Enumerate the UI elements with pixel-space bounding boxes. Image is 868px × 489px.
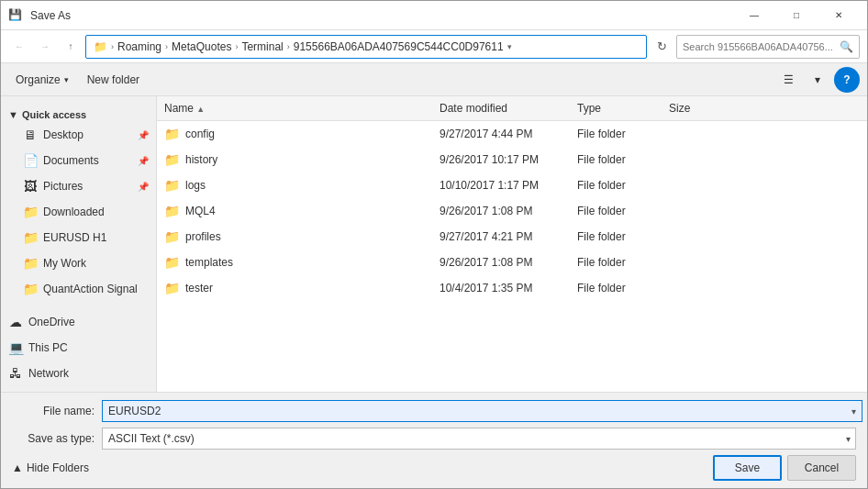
table-row[interactable]: 📁 profiles 9/27/2017 4:21 PM File folder bbox=[157, 224, 867, 250]
save-as-type-label: Save as type: bbox=[12, 432, 95, 445]
file-type-cell: File folder bbox=[570, 254, 662, 271]
column-date-modified[interactable]: Date modified bbox=[432, 100, 570, 117]
folder-icon: 📁 bbox=[164, 152, 180, 167]
sidebar-item-eurusd[interactable]: 📁 EURUSD H1 bbox=[1, 225, 156, 250]
sidebar-item-eurusd-label: EURUSD H1 bbox=[43, 231, 106, 244]
sidebar-item-my-work[interactable]: 📁 My Work bbox=[1, 250, 156, 276]
help-button[interactable]: ? bbox=[834, 67, 860, 93]
window-title: Save As bbox=[30, 9, 71, 22]
file-name-text: config bbox=[185, 128, 215, 140]
sidebar-item-this-pc-label: This PC bbox=[28, 341, 68, 354]
file-size-cell bbox=[662, 235, 735, 239]
this-pc-icon: 💻 bbox=[8, 340, 23, 355]
column-size[interactable]: Size bbox=[662, 100, 735, 117]
sidebar-item-downloaded[interactable]: 📁 Downloaded bbox=[1, 199, 156, 225]
sidebar-item-downloaded-label: Downloaded bbox=[43, 206, 105, 218]
downloaded-folder-icon: 📁 bbox=[23, 205, 38, 219]
table-row[interactable]: 📁 MQL4 9/26/2017 1:08 PM File folder bbox=[157, 198, 867, 224]
save-as-type-row: Save as type: ASCII Text (*.csv) ▾ bbox=[12, 428, 856, 450]
quantaction-folder-icon: 📁 bbox=[23, 282, 38, 296]
toolbar: Organize ▾ New folder ☰ ▾ ? bbox=[1, 63, 867, 96]
cancel-button-label: Cancel bbox=[805, 461, 839, 474]
sidebar-item-onedrive[interactable]: ☁ OneDrive bbox=[1, 309, 156, 335]
file-type-cell: File folder bbox=[570, 203, 662, 219]
view-button[interactable]: ☰ bbox=[775, 67, 801, 93]
table-row[interactable]: 📁 templates 9/26/2017 1:08 PM File folde… bbox=[157, 250, 867, 275]
file-date-cell: 9/26/2017 10:17 PM bbox=[432, 151, 570, 168]
file-name-text: tester bbox=[185, 282, 213, 295]
file-date-cell: 10/4/2017 1:35 PM bbox=[432, 280, 570, 296]
folder-icon: 📁 bbox=[164, 255, 180, 270]
file-name-text: logs bbox=[185, 179, 206, 192]
column-type[interactable]: Type bbox=[570, 100, 662, 117]
sidebar-item-network-label: Network bbox=[28, 367, 69, 380]
folder-icon: 📁 bbox=[164, 281, 180, 295]
folder-icon: 📁 bbox=[164, 178, 180, 193]
path-icon: 📁 bbox=[94, 40, 107, 53]
close-button[interactable]: ✕ bbox=[818, 1, 860, 30]
sidebar-item-documents-label: Documents bbox=[43, 154, 99, 167]
file-name-input[interactable] bbox=[102, 400, 862, 422]
view-dropdown-button[interactable]: ▾ bbox=[805, 67, 830, 93]
table-row[interactable]: 📁 tester 10/4/2017 1:35 PM File folder bbox=[157, 275, 867, 301]
back-button[interactable]: ← bbox=[8, 36, 30, 58]
path-terminal: Terminal bbox=[241, 40, 283, 53]
organize-label: Organize bbox=[16, 73, 61, 86]
save-as-type-select[interactable]: ASCII Text (*.csv) bbox=[102, 428, 856, 450]
path-metaquotes: MetaQuotes bbox=[172, 40, 231, 53]
file-list-header: Name ▲ Date modified Type Size bbox=[157, 96, 867, 121]
quick-access-section[interactable]: ▼ Quick access bbox=[1, 104, 156, 122]
table-row[interactable]: 📁 logs 10/10/2017 1:17 PM File folder bbox=[157, 172, 867, 198]
new-folder-label: New folder bbox=[87, 73, 139, 86]
pin-icon: 📌 bbox=[138, 130, 149, 140]
refresh-button[interactable]: ↻ bbox=[651, 36, 673, 58]
save-button-label: Save bbox=[735, 461, 760, 474]
folder-icon: 📁 bbox=[164, 127, 180, 141]
file-name-text: templates bbox=[185, 256, 233, 269]
address-path[interactable]: 📁 › Roaming › MetaQuotes › Terminal › 91… bbox=[85, 35, 647, 59]
file-name-text: profiles bbox=[185, 230, 221, 243]
hide-folders-label: Hide Folders bbox=[27, 461, 89, 474]
up-button[interactable]: ↑ bbox=[60, 36, 82, 58]
cancel-button[interactable]: Cancel bbox=[787, 455, 856, 481]
column-name[interactable]: Name ▲ bbox=[157, 100, 432, 117]
hide-folders-toggle[interactable]: ▲ Hide Folders bbox=[12, 461, 89, 474]
forward-button[interactable]: → bbox=[34, 36, 56, 58]
path-guid: 915566BA06ADA407569C544CC0D97611 bbox=[294, 40, 504, 53]
documents-icon: 📄 bbox=[23, 153, 38, 168]
sidebar-item-pictures-label: Pictures bbox=[43, 180, 83, 193]
file-size-cell bbox=[662, 158, 735, 161]
organize-button[interactable]: Organize ▾ bbox=[8, 68, 76, 92]
bottom-bar: File name: ▾ Save as type: ASCII Text (*… bbox=[1, 392, 867, 488]
search-box[interactable]: 🔍 bbox=[676, 35, 860, 59]
sidebar-item-quantaction-label: QuantAction Signal bbox=[43, 283, 138, 295]
minimize-button[interactable]: — bbox=[733, 1, 775, 30]
table-row[interactable]: 📁 config 9/27/2017 4:44 PM File folder bbox=[157, 121, 867, 147]
sidebar-item-documents[interactable]: 📄 Documents 📌 bbox=[1, 148, 156, 173]
button-row: ▲ Hide Folders Save Cancel bbox=[12, 455, 856, 481]
sidebar-item-desktop[interactable]: 🖥 Desktop 📌 bbox=[1, 122, 156, 148]
file-name-cell: 📁 tester bbox=[157, 279, 432, 297]
sidebar-item-pictures[interactable]: 🖼 Pictures 📌 bbox=[1, 173, 156, 199]
file-name-cell: 📁 profiles bbox=[157, 228, 432, 246]
sidebar-item-network[interactable]: 🖧 Network bbox=[1, 361, 156, 386]
eurusd-folder-icon: 📁 bbox=[23, 230, 38, 245]
file-name-text: MQL4 bbox=[185, 205, 216, 217]
my-work-folder-icon: 📁 bbox=[23, 256, 38, 271]
sidebar-item-this-pc[interactable]: 💻 This PC bbox=[1, 335, 156, 361]
title-bar-left: 💾 Save As bbox=[8, 8, 71, 23]
file-size-cell bbox=[662, 209, 735, 213]
pin-icon-2: 📌 bbox=[138, 156, 149, 166]
new-folder-button[interactable]: New folder bbox=[80, 68, 147, 92]
maximize-button[interactable]: □ bbox=[775, 1, 818, 30]
sidebar-item-desktop-label: Desktop bbox=[43, 128, 83, 141]
sidebar-item-quantaction[interactable]: 📁 QuantAction Signal bbox=[1, 276, 156, 302]
table-row[interactable]: 📁 history 9/26/2017 10:17 PM File folder bbox=[157, 147, 867, 172]
network-icon: 🖧 bbox=[8, 366, 23, 381]
file-name-text: history bbox=[185, 153, 217, 166]
search-input[interactable] bbox=[683, 41, 836, 52]
folder-icon: 📁 bbox=[164, 229, 180, 244]
save-button[interactable]: Save bbox=[713, 455, 782, 481]
file-date-cell: 9/26/2017 1:08 PM bbox=[432, 203, 570, 219]
pictures-icon: 🖼 bbox=[23, 179, 38, 194]
